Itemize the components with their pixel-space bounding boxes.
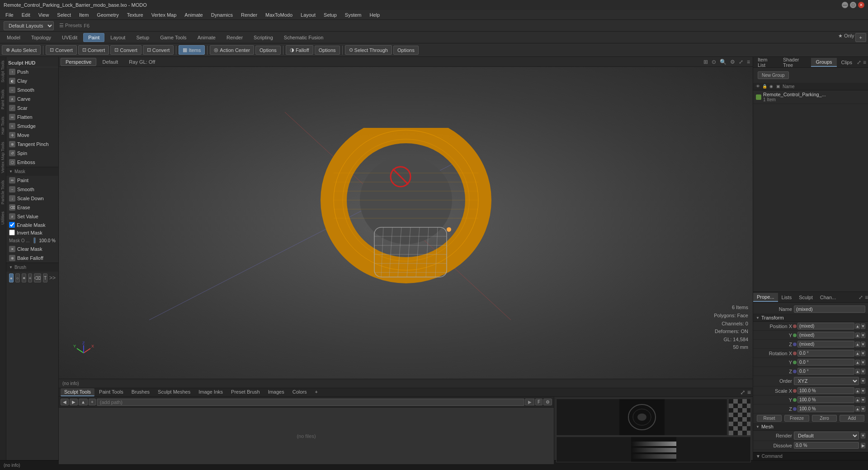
menu-view[interactable]: View — [35, 11, 53, 19]
bottom-tab-colors[interactable]: Colors — [289, 388, 311, 396]
order-down[interactable]: ▼ — [861, 378, 865, 384]
mode-tab-scripting[interactable]: Scripting — [249, 33, 278, 42]
viewport-tab-default[interactable]: Default — [97, 58, 123, 66]
pos-y-up[interactable]: ▲ — [855, 333, 860, 338]
scale-y-down[interactable]: ▼ — [861, 397, 865, 403]
close-button[interactable]: ✕ — [858, 2, 864, 8]
options-button-2[interactable]: Options — [315, 46, 340, 55]
tool-mask-paint[interactable]: ✏ Paint — [6, 176, 58, 185]
bottom-menu-icon[interactable]: ≡ — [747, 389, 751, 396]
mode-tab-topology[interactable]: Topology — [26, 33, 56, 42]
menu-animate[interactable]: Animate — [181, 11, 206, 19]
position-z-value[interactable]: (mixed) — [797, 341, 854, 348]
right-tab-shader-tree[interactable]: Shader Tree — [778, 57, 811, 69]
menu-maxtomodo[interactable]: MaxToModo — [262, 11, 296, 19]
scale-x-down[interactable]: ▼ — [861, 388, 865, 394]
tool-erase[interactable]: ⌫ Erase — [6, 203, 58, 212]
tool-carve[interactable]: ∧ Carve — [6, 94, 58, 103]
render-down[interactable]: ▼ — [861, 433, 865, 438]
add-button[interactable]: Add — [840, 415, 864, 422]
menu-setup[interactable]: Setup — [320, 11, 340, 19]
order-dropdown[interactable]: XYZ — [794, 377, 859, 385]
menu-geometry[interactable]: Geometry — [93, 11, 122, 19]
transform-section-header[interactable]: ▼ Transform — [753, 314, 868, 322]
mode-tab-animate[interactable]: Animate — [193, 33, 221, 42]
viewport-settings-icon[interactable]: ⚙ — [729, 59, 736, 65]
thumbnail-2[interactable] — [728, 399, 751, 436]
thumbnail-3[interactable] — [556, 437, 751, 462]
menu-item[interactable]: Item — [75, 11, 92, 19]
vert-tab-paint-tools[interactable]: Paint Tools — [0, 86, 6, 113]
vert-tab-vertex-map[interactable]: Vertex Map Tools — [0, 138, 6, 177]
props-tab-properties[interactable]: Prope... — [753, 293, 778, 302]
right-tab-groups[interactable]: Groups — [811, 58, 836, 67]
nav-add-button[interactable]: + — [89, 399, 96, 405]
props-tab-channels[interactable]: Chan... — [816, 293, 840, 301]
brush-circle-outline[interactable]: ○ — [15, 273, 20, 282]
scale-y-up[interactable]: ▲ — [855, 397, 860, 403]
layout-selector[interactable]: Default Layouts — [4, 21, 54, 30]
tool-scar[interactable]: ⟋ Scar — [6, 103, 58, 113]
pos-x-up[interactable]: ▲ — [855, 324, 860, 329]
menu-select[interactable]: Select — [53, 11, 75, 19]
tool-spin[interactable]: ↺ Spin — [6, 149, 58, 158]
brush-expand-button[interactable]: >> — [49, 275, 56, 281]
viewport-expand-icon[interactable]: ⤢ — [738, 59, 744, 65]
props-tab-lists[interactable]: Lists — [778, 293, 796, 301]
vert-tab-utilities[interactable]: Utilities — [0, 208, 6, 228]
options-button-3[interactable]: Options — [393, 46, 419, 55]
viewport-menu-icon[interactable]: ≡ — [746, 59, 751, 65]
props-menu-icon[interactable]: ≡ — [865, 294, 868, 301]
rot-z-up[interactable]: ▲ — [855, 369, 860, 374]
convert-button-3[interactable]: ⊡ Convert — [110, 45, 142, 55]
viewport-tab-raygl[interactable]: Ray GL: Off — [124, 58, 160, 66]
tool-move[interactable]: ✛ Move — [6, 131, 58, 140]
enable-mask-option[interactable]: Enable Mask — [6, 221, 58, 229]
nav-back-button[interactable]: ◀ — [61, 399, 69, 405]
mask-opacity-slider[interactable] — [33, 237, 36, 244]
tool-tangent-pinch[interactable]: ⊗ Tangent Pinch — [6, 140, 58, 149]
props-expand-icon[interactable]: ⤢ — [859, 294, 863, 301]
bottom-tab-add[interactable]: + — [311, 388, 321, 396]
tool-emboss[interactable]: ⬡ Emboss — [6, 158, 58, 167]
rotation-y-value[interactable]: 0.0 ° — [797, 359, 854, 366]
convert-button-2[interactable]: ⊡ Convert — [78, 45, 109, 55]
vert-tab-sculpt-tools[interactable]: Sculpt Tools — [0, 57, 6, 86]
bottom-tab-image-inks[interactable]: Image Inks — [195, 388, 226, 396]
items-button[interactable]: ▦ Items — [179, 45, 205, 55]
menu-texture[interactable]: Texture — [123, 11, 147, 19]
bottom-tab-brushes[interactable]: Brushes — [128, 388, 153, 396]
menu-edit[interactable]: Edit — [18, 11, 34, 19]
enable-mask-checkbox[interactable] — [9, 222, 15, 228]
render-dropdown[interactable]: Default — [794, 432, 859, 440]
bake-falloff-button[interactable]: ⊕ Bake Falloff — [6, 254, 58, 263]
vert-tab-particle-tools[interactable]: Particle Tools — [0, 177, 6, 208]
brush-section-header[interactable]: ▼ Brush — [6, 263, 58, 272]
convert-button-4[interactable]: ⊡ Convert — [143, 45, 174, 55]
tool-clay[interactable]: ◐ Clay — [6, 76, 58, 85]
bottom-tab-images[interactable]: Images — [264, 388, 288, 396]
menu-help[interactable]: Help — [366, 11, 383, 19]
bottom-tab-preset-brush[interactable]: Preset Brush — [227, 388, 264, 396]
menu-system[interactable]: System — [341, 11, 365, 19]
bottom-tab-sculpt-meshes[interactable]: Sculpt Meshes — [154, 388, 194, 396]
tool-flatten[interactable]: ═ Flatten — [6, 113, 58, 122]
rot-x-down[interactable]: ▼ — [861, 351, 865, 356]
mode-tab-setup[interactable]: Setup — [131, 33, 154, 42]
falloff-button[interactable]: ◑ Falloff — [286, 45, 313, 55]
pos-x-down[interactable]: ▼ — [861, 324, 865, 329]
brush-cross[interactable]: + — [28, 273, 33, 282]
viewport-3d[interactable]: 6 Items Polygons: Face Channels: 0 Defor… — [59, 67, 753, 379]
scale-x-up[interactable]: ▲ — [855, 388, 860, 394]
mode-tab-layout[interactable]: Layout — [105, 33, 130, 42]
pos-y-down[interactable]: ▼ — [861, 333, 865, 338]
mask-section-header[interactable]: ▼ Mask — [6, 167, 58, 176]
position-x-value[interactable]: (mixed) — [797, 323, 854, 329]
rot-z-down[interactable]: ▼ — [861, 369, 865, 374]
scale-z-down[interactable]: ▼ — [861, 406, 865, 412]
select-through-button[interactable]: ⊙ Select Through — [345, 45, 392, 55]
mode-tab-uvedit[interactable]: UVEdit — [57, 33, 82, 42]
viewport-zoom-icon[interactable]: 🔍 — [719, 59, 727, 65]
menu-vertex-map[interactable]: Vertex Map — [148, 11, 180, 19]
mode-tab-model[interactable]: Model — [2, 33, 25, 42]
